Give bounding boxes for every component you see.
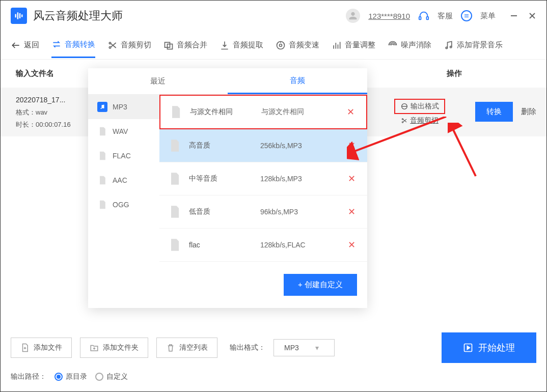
add-file-button[interactable]: 添加文件	[11, 338, 72, 358]
menu-label[interactable]: 菜单	[480, 11, 496, 21]
svg-rect-4	[419, 17, 421, 20]
toolbar: 返回 音频转换 音频剪切 音频合并 音频提取 音频变速 音量调整 噪声消除	[1, 31, 546, 60]
file-icon	[168, 205, 182, 219]
tab-audio-trim[interactable]: 音频剪切	[107, 33, 151, 58]
add-file-icon	[20, 343, 30, 352]
quality-list: 与源文件相同 与源文件相同 ✕ 高音质 256kb/s,MP3 ✕ 中等音质 1…	[159, 95, 367, 308]
tab-audio-extract[interactable]: 音频提取	[220, 33, 263, 58]
popup-tabs: 最近 音频	[88, 68, 367, 95]
play-icon	[463, 343, 473, 353]
radio-original-dir[interactable]: 原目录	[54, 372, 87, 381]
clear-list-button[interactable]: 清空列表	[156, 338, 217, 358]
tab-audio-speed[interactable]: 音频变速	[276, 33, 319, 58]
tab-audio-convert[interactable]: 音频转换	[51, 32, 95, 58]
format-popup: 最近 音频 MP3 WAV FLAC AAC	[88, 68, 367, 308]
radio-custom-dir[interactable]: 自定义	[95, 372, 128, 381]
add-folder-button[interactable]: 添加文件夹	[80, 338, 148, 358]
svg-point-34	[101, 108, 102, 109]
delete-quality-icon[interactable]: ✕	[344, 206, 359, 217]
file-icon	[168, 238, 182, 252]
flac-icon	[97, 151, 107, 161]
svg-point-14	[109, 46, 111, 48]
svg-rect-0	[15, 14, 17, 18]
tab-volume-adjust[interactable]: 音量调整	[332, 33, 375, 58]
delete-quality-icon[interactable]: ✕	[344, 173, 359, 184]
gear-icon	[400, 102, 408, 110]
logo-bars-icon	[14, 11, 24, 21]
output-path-label: 输出路径：	[11, 372, 46, 381]
tab-bg-music[interactable]: 添加背景音乐	[444, 33, 503, 58]
minimize-icon[interactable]	[510, 12, 518, 20]
user-icon	[347, 10, 359, 21]
svg-point-35	[103, 107, 104, 108]
svg-rect-1	[17, 12, 19, 19]
convert-icon	[51, 39, 62, 49]
svg-marker-43	[467, 346, 470, 350]
quality-high[interactable]: 高音质 256kb/s,MP3 ✕	[159, 129, 367, 162]
start-process-button[interactable]: 开始处理	[442, 332, 536, 363]
format-aac[interactable]: AAC	[88, 168, 159, 192]
svg-point-30	[402, 119, 403, 120]
volume-icon	[332, 40, 342, 50]
window-controls	[510, 12, 536, 20]
titlebar: 风云音频处理大师 123****8910 客服 菜单	[1, 1, 546, 31]
quality-same-as-source[interactable]: 与源文件相同 与源文件相同 ✕	[159, 95, 367, 129]
output-format-select[interactable]: MP3	[274, 339, 335, 356]
tab-noise-remove[interactable]: 噪声消除	[388, 33, 431, 58]
speed-icon	[276, 40, 286, 50]
svg-rect-2	[19, 13, 21, 18]
convert-button[interactable]: 转换	[475, 102, 513, 122]
format-mp3[interactable]: MP3	[88, 95, 159, 119]
format-sidebar: MP3 WAV FLAC AAC OGG	[88, 95, 159, 308]
close-icon[interactable]	[528, 12, 536, 20]
trash-icon	[166, 343, 175, 352]
tab-audio-merge[interactable]: 音频合并	[163, 33, 207, 58]
delete-quality-icon[interactable]: ✕	[344, 140, 359, 151]
svg-line-16	[111, 43, 116, 47]
delete-link[interactable]: 删除	[521, 107, 536, 117]
avatar[interactable]	[346, 9, 360, 23]
output-format-button[interactable]: 输出格式	[394, 99, 445, 114]
row-right-buttons: 转换 删除	[475, 102, 536, 122]
file-actions: 输出格式 音频剪切	[372, 99, 467, 125]
col-actions-header: 操作	[372, 69, 536, 78]
format-ogg[interactable]: OGG	[88, 192, 159, 217]
svg-point-26	[446, 47, 447, 48]
wav-icon	[97, 126, 107, 136]
app-logo	[11, 8, 27, 24]
merge-icon	[163, 40, 174, 50]
svg-point-31	[402, 122, 403, 123]
format-wav[interactable]: WAV	[88, 119, 159, 144]
titlebar-right: 123****8910 客服 菜单	[346, 9, 536, 23]
menu-icon[interactable]	[461, 10, 472, 21]
create-custom-button[interactable]: + 创建自定义	[284, 274, 357, 296]
format-flac[interactable]: FLAC	[88, 144, 159, 168]
svg-line-15	[111, 43, 116, 47]
headset-icon[interactable]	[418, 10, 429, 21]
ogg-icon	[97, 200, 107, 210]
user-id[interactable]: 123****8910	[368, 12, 410, 20]
svg-point-20	[280, 44, 282, 46]
quality-medium[interactable]: 中等音质 128kb/s,MP3 ✕	[159, 162, 367, 195]
noise-icon	[388, 40, 398, 50]
radio-dot-unchecked-icon	[95, 373, 103, 381]
popup-tab-audio[interactable]: 音频	[228, 68, 367, 94]
music-icon	[444, 40, 454, 50]
popup-tab-recent[interactable]: 最近	[88, 68, 228, 94]
file-icon	[168, 138, 182, 153]
file-icon	[168, 172, 182, 186]
bottom-row-path: 输出路径： 原目录 自定义	[11, 372, 536, 381]
output-format-label: 输出格式：	[230, 343, 265, 352]
quality-flac[interactable]: flac 128kb/s,FLAC ✕	[159, 229, 367, 262]
audio-trim-link[interactable]: 音频剪切	[401, 116, 439, 125]
extract-icon	[220, 40, 230, 50]
kefu-label[interactable]: 客服	[437, 11, 453, 21]
quality-low[interactable]: 低音质 96kb/s,MP3 ✕	[159, 195, 367, 229]
back-button[interactable]: 返回	[11, 33, 39, 58]
svg-rect-5	[427, 17, 429, 20]
arrow-left-icon	[11, 40, 21, 50]
delete-quality-icon[interactable]: ✕	[343, 106, 358, 118]
scissors-small-icon	[401, 117, 408, 124]
delete-quality-icon[interactable]: ✕	[344, 239, 359, 250]
bottom-row-buttons: 添加文件 添加文件夹 清空列表 输出格式： MP3 开始处理	[11, 332, 536, 363]
